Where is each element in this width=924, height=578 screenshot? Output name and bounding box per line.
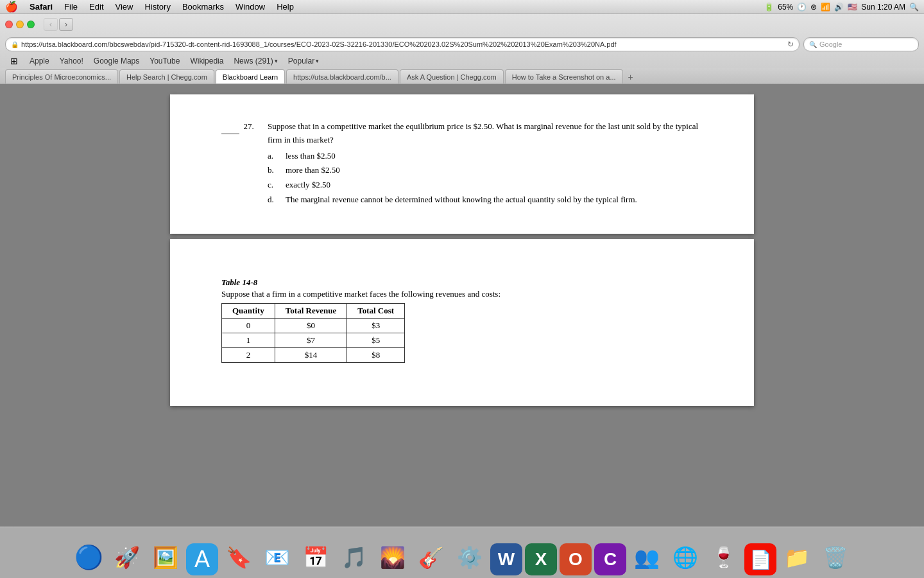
dock-onenote[interactable]: C (594, 543, 626, 575)
main-content: 27. Suppose that in a competitive market… (0, 84, 924, 578)
dock-finder[interactable]: 🔵 (71, 539, 107, 575)
dock-photos[interactable]: 🖼️ (148, 539, 184, 575)
col-header-cost: Total Cost (347, 303, 405, 318)
battery-percent: 65% (778, 3, 793, 12)
tab-blackboard[interactable]: Blackboard Learn (216, 69, 285, 83)
dock-contacts[interactable]: 👥 (629, 539, 665, 575)
volume-icon: 🔊 (834, 3, 844, 12)
data-table-14-8: Quantity Total Revenue Total Cost 0 $0 $… (221, 303, 405, 363)
address-bar[interactable]: 🔒 https://utsa.blackboard.com/bbcswebdav… (5, 37, 800, 51)
tab-principles[interactable]: Principles Of Microeconomics... (5, 69, 118, 83)
answer-b: b. more than $2.50 (268, 164, 703, 177)
tabs-row: Principles Of Microeconomics... Help Sea… (0, 68, 924, 83)
dock-trash[interactable]: 🗑️ (817, 539, 853, 575)
bookmark-news[interactable]: News (291) ▾ (230, 57, 281, 66)
dock-powerpoint[interactable]: O (560, 543, 592, 575)
close-button[interactable] (5, 21, 13, 28)
menubar-history[interactable]: History (139, 0, 175, 14)
browser-chrome: ‹ › 🔒 https://utsa.blackboard.com/bbcswe… (0, 14, 924, 84)
col-header-quantity: Quantity (222, 303, 275, 318)
address-row: 🔒 https://utsa.blackboard.com/bbcswebdav… (0, 35, 924, 54)
table-caption: Table 14-8 Suppose that a firm in a comp… (221, 277, 703, 299)
answer-list-27: a. less than $2.50 b. more than $2.50 c.… (268, 150, 703, 207)
table-row-1: 1 $7 $5 (222, 333, 405, 347)
menubar-edit[interactable]: Edit (84, 0, 108, 14)
dock-appstore[interactable]: A (186, 543, 218, 575)
nav-buttons: ‹ › (44, 18, 73, 31)
dock-calendar[interactable]: 📅 (298, 539, 334, 575)
lock-icon: 🔒 (11, 41, 19, 48)
content-scroll[interactable]: 27. Suppose that in a competitive market… (0, 84, 924, 578)
time-display: Sun 1:20 AM (861, 3, 905, 12)
maximize-button[interactable] (27, 21, 35, 28)
tab-helpsearch[interactable]: Help Search | Chegg.com (119, 69, 214, 83)
answer-d: d. The marginal revenue cannot be determ… (268, 193, 703, 207)
traffic-lights (5, 21, 35, 28)
bookmark-googlemaps[interactable]: Google Maps (90, 57, 143, 66)
col-header-revenue: Total Revenue (275, 303, 346, 318)
new-tab-button[interactable]: + (624, 71, 637, 83)
tab-screenshot[interactable]: How to Take a Screenshot on a... (505, 69, 623, 83)
menubar-help[interactable]: Help (271, 0, 299, 14)
bookmark-grid-icon[interactable]: ⊞ (5, 54, 23, 68)
bluetooth-icon: ⊛ (810, 3, 817, 12)
pdf-page-2: Table 14-8 Suppose that a firm in a comp… (170, 239, 754, 406)
dock-systemprefs[interactable]: ⚙️ (452, 539, 488, 575)
dock: 🔵 🚀 🖼️ A 🔖 📧 📅 🎵 🌄 🎸 ⚙️ W X O C 👥 🌐 🍷 📄 … (0, 527, 924, 578)
wifi-icon: 📶 (821, 3, 830, 12)
menubar-safari[interactable]: Safari (24, 0, 58, 14)
menubar-window[interactable]: Window (230, 0, 270, 14)
answer-c: c. exactly $2.50 (268, 179, 703, 192)
dock-excel[interactable]: X (525, 543, 557, 575)
question-27: 27. Suppose that in a competitive market… (221, 120, 703, 208)
search-menubar-icon[interactable]: 🔍 (909, 3, 919, 12)
news-chevron-icon: ▾ (275, 58, 278, 64)
forward-button[interactable]: › (59, 18, 73, 31)
tab-utsa[interactable]: https://utsa.blackboard.com/b... (286, 69, 398, 83)
bookmark-wikipedia[interactable]: Wikipedia (186, 57, 227, 66)
back-button[interactable]: ‹ (44, 18, 58, 31)
question-blank: 27. (221, 120, 260, 208)
answer-a: a. less than $2.50 (268, 150, 703, 163)
address-text: https://utsa.blackboard.com/bbcswebdav/p… (21, 40, 785, 48)
search-box[interactable]: 🔍 Google (803, 37, 919, 51)
traffic-nav-row: ‹ › (0, 14, 924, 35)
dock-iphoto[interactable]: 🌄 (375, 539, 411, 575)
dock-crossover[interactable]: 🍷 (706, 539, 742, 575)
search-placeholder: Google (819, 40, 842, 48)
menubar-file[interactable]: File (59, 0, 83, 14)
search-icon: 🔍 (809, 41, 817, 48)
menubar-right: 🔋 65% 🕐 ⊛ 📶 🔊 🇺🇸 Sun 1:20 AM 🔍 (764, 3, 919, 12)
table-row-0: 0 $0 $3 (222, 318, 405, 333)
dock-acrobat[interactable]: 📄 (744, 543, 776, 575)
dock-word[interactable]: W (490, 543, 522, 575)
minimize-button[interactable] (16, 21, 24, 28)
flag-icon: 🇺🇸 (848, 3, 857, 12)
pdf-page-1: 27. Suppose that in a competitive market… (170, 94, 754, 234)
table-row-2: 2 $14 $8 (222, 347, 405, 362)
apple-menu[interactable]: 🍎 (5, 1, 18, 13)
dock-finder2[interactable]: 📁 (779, 539, 815, 575)
dock-garageband[interactable]: 🎸 (413, 539, 449, 575)
dock-safari[interactable]: 🌐 (667, 539, 703, 575)
popular-chevron-icon: ▾ (316, 58, 319, 64)
clock-icon: 🕐 (797, 3, 807, 12)
menubar-bookmarks[interactable]: Bookmarks (177, 0, 229, 14)
dock-stamps[interactable]: 🔖 (221, 539, 257, 575)
tab-askquestion[interactable]: Ask A Question | Chegg.com (400, 69, 504, 83)
battery-icon: 🔋 (764, 3, 774, 12)
dock-mail[interactable]: 📧 (259, 539, 295, 575)
menubar-view[interactable]: View (110, 0, 139, 14)
bookmarks-bar: ⊞ Apple Yahoo! Google Maps YouTube Wikip… (0, 54, 924, 68)
bookmark-apple[interactable]: Apple (26, 57, 53, 66)
bookmark-popular[interactable]: Popular ▾ (284, 57, 323, 66)
dock-itunes[interactable]: 🎵 (336, 539, 372, 575)
menubar: 🍎 Safari File Edit View History Bookmark… (0, 0, 924, 14)
bookmark-youtube[interactable]: YouTube (146, 57, 184, 66)
question-text-27: Suppose that in a competitive market the… (268, 120, 703, 208)
dock-rocket[interactable]: 🚀 (109, 539, 145, 575)
reload-button[interactable]: ↻ (787, 40, 794, 49)
bookmark-yahoo[interactable]: Yahoo! (56, 57, 87, 66)
